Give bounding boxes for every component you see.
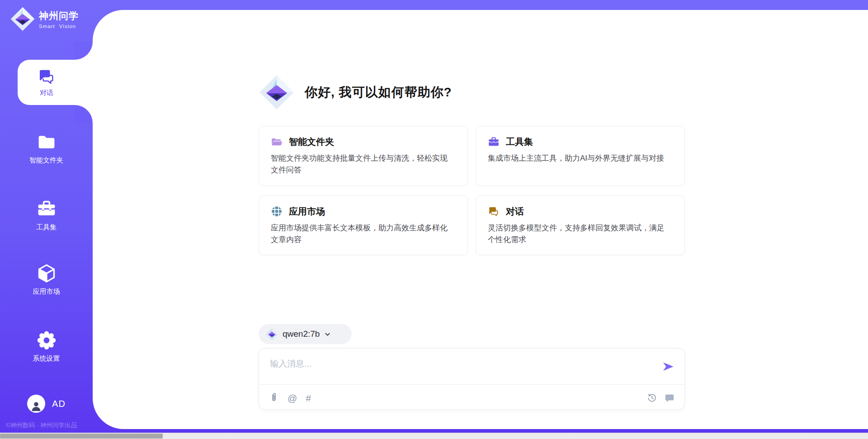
sidebar-item-chat[interactable]: 对话 <box>18 60 93 105</box>
send-button[interactable] <box>662 360 675 373</box>
greeting-title: 你好, 我可以如何帮助你? <box>305 84 452 101</box>
user-initials: AD <box>52 399 66 409</box>
briefcase-icon <box>488 136 500 148</box>
send-icon <box>662 360 675 373</box>
history-icon <box>647 393 657 403</box>
card-description: 集成市场上主流工具，助力AI与外界无缝扩展与对接 <box>488 153 665 164</box>
tab-fillet-top <box>75 42 93 60</box>
cube-icon <box>37 263 57 283</box>
chat-bubble-button[interactable] <box>665 393 675 403</box>
avatar <box>27 395 45 413</box>
gear-icon <box>37 330 57 350</box>
sidebar-item-app-market[interactable]: 应用市场 <box>0 263 93 296</box>
chat-icon <box>488 205 500 217</box>
history-button[interactable] <box>647 393 657 403</box>
sidebar-item-smart-folder[interactable]: 智能文件夹 <box>0 132 93 165</box>
chevron-down-icon <box>324 331 331 338</box>
model-name: qwen2:7b <box>283 329 320 339</box>
brand-name: 神州问学 <box>39 10 79 22</box>
sidebar: 神州问学 Smart Vision 对话 智能文件夹 工具集 <box>0 0 93 439</box>
card-smart-folder[interactable]: 智能文件夹 智能文件夹功能支持批量文件上传与清洗，轻松实现文件问答 <box>259 126 468 186</box>
card-chat[interactable]: 对话 灵活切换多模型文件，支持多样回复效果调试，满足个性化需求 <box>476 196 685 256</box>
card-title: 对话 <box>506 205 524 218</box>
card-description: 灵活切换多模型文件，支持多样回复效果调试，满足个性化需求 <box>488 222 665 246</box>
hashtag-button[interactable]: # <box>306 393 311 403</box>
card-description: 智能文件夹功能支持批量文件上传与清洗，轻松实现文件问答 <box>271 153 448 177</box>
folder-icon <box>37 132 57 152</box>
horizontal-scrollbar[interactable] <box>0 433 868 439</box>
sidebar-item-settings[interactable]: 系统设置 <box>0 330 93 363</box>
card-app-market[interactable]: 应用市场 应用市场提供丰富长文本模板，助力高效生成多样化文章内容 <box>259 196 468 256</box>
card-title: 工具集 <box>506 136 533 148</box>
card-toolbox[interactable]: 工具集 集成市场上主流工具，助力AI与外界无缝扩展与对接 <box>476 126 685 186</box>
sidebar-item-toolbox[interactable]: 工具集 <box>0 199 93 232</box>
card-description: 应用市场提供丰富长文本模板，助力高效生成多样化文章内容 <box>271 222 448 246</box>
card-title: 智能文件夹 <box>289 136 334 148</box>
model-selector[interactable]: qwen2:7b <box>259 324 352 344</box>
brand-subtitle: Smart Vision <box>39 24 79 29</box>
sidebar-item-label: 系统设置 <box>33 354 60 363</box>
mention-button[interactable]: @ <box>288 393 297 403</box>
copyright-text: ©神州数码 · 神州问学出品 <box>6 421 77 429</box>
card-title: 应用市场 <box>289 205 325 218</box>
scrollbar-thumb[interactable] <box>0 434 163 439</box>
diamond-logo-icon <box>259 74 295 110</box>
message-composer: @ # <box>259 348 685 410</box>
message-input[interactable] <box>270 355 645 373</box>
feature-cards: 智能文件夹 智能文件夹功能支持批量文件上传与清洗，轻松实现文件问答 工具集 集成… <box>259 126 685 255</box>
toolbox-icon <box>37 199 57 219</box>
sidebar-item-label: 对话 <box>40 89 53 97</box>
diamond-logo-icon <box>10 6 35 32</box>
tab-fillet-bottom <box>75 105 93 123</box>
composer-divider <box>259 384 684 385</box>
paperclip-icon <box>269 393 279 403</box>
diamond-logo-icon <box>266 328 278 340</box>
greeting: 你好, 我可以如何帮助你? <box>259 74 452 110</box>
attach-file-button[interactable] <box>269 393 279 403</box>
brand-logo: 神州问学 Smart Vision <box>10 6 79 32</box>
sidebar-item-label: 应用市场 <box>33 287 60 296</box>
grid-circle-icon <box>271 205 283 217</box>
user-account[interactable]: AD <box>0 395 93 413</box>
chat-icon <box>38 67 56 86</box>
person-icon <box>29 399 43 413</box>
main-content: 你好, 我可以如何帮助你? 智能文件夹 智能文件夹功能支持批量文件上传与清洗，轻… <box>259 10 685 429</box>
open-folder-icon <box>271 136 283 148</box>
sidebar-item-label: 工具集 <box>36 223 57 232</box>
sidebar-item-label: 智能文件夹 <box>29 156 63 165</box>
chat-bubble-icon <box>665 393 675 403</box>
